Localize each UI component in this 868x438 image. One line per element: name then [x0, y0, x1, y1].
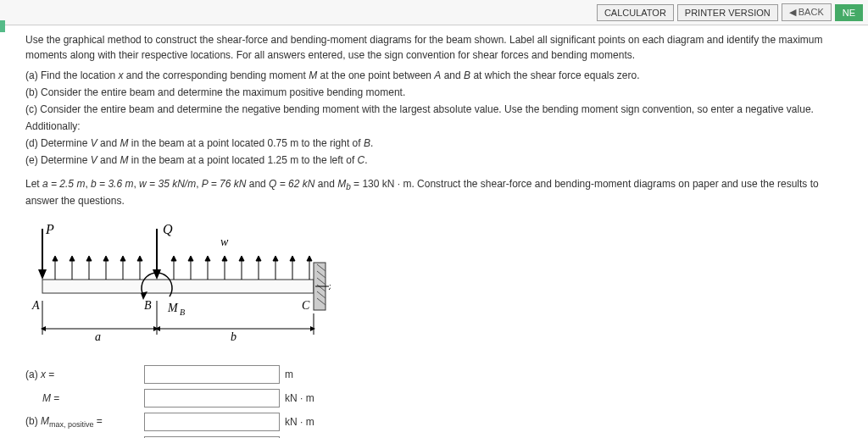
- answer-row: (a) x = m: [25, 364, 843, 385]
- calculator-button[interactable]: CALCULATOR: [597, 4, 674, 21]
- and-text: and: [441, 69, 464, 81]
- label-C: C: [302, 299, 310, 312]
- part-e-pre: (e) Determine: [25, 154, 91, 166]
- svg-marker-9: [53, 256, 58, 261]
- period: .: [370, 137, 373, 149]
- Mb-val: = 130 kN · m: [351, 178, 412, 190]
- part-e: (e) Determine V and M in the beam at a p…: [25, 152, 843, 168]
- beam-diagram: P Q w x A B C M B a b: [25, 220, 331, 356]
- svg-marker-41: [153, 269, 161, 280]
- part-e-dist: 1.25 m: [268, 154, 299, 166]
- svg-marker-13: [86, 256, 92, 261]
- svg-marker-52: [310, 326, 315, 331]
- svg-marker-23: [188, 256, 193, 261]
- period: .: [364, 154, 367, 166]
- lbl-post: =: [94, 415, 103, 427]
- Q-eq: Q = 62 kN: [269, 178, 314, 190]
- svg-marker-31: [256, 256, 261, 261]
- top-toolbar: CALCULATOR PRINTER VERSION ◀ BACK NE: [0, 0, 868, 25]
- answer-input-b[interactable]: [144, 413, 280, 431]
- svg-marker-21: [171, 256, 176, 261]
- part-e-mid: in the beam at a point located: [128, 154, 267, 166]
- svg-marker-27: [222, 256, 227, 261]
- sym-M: M: [120, 154, 128, 166]
- answer-section: (a) x = m M = kN · m (b) Mmax, positive …: [25, 364, 843, 438]
- sym-C: C: [358, 154, 365, 166]
- next-button[interactable]: NE: [835, 4, 863, 21]
- intro-text: Use the graphical method to construct th…: [25, 32, 843, 63]
- label-a: a: [95, 330, 101, 343]
- w-eq: w = 35 kN/m: [139, 178, 196, 190]
- sym-V: V: [91, 154, 97, 166]
- lbl-post: =: [46, 369, 54, 380]
- svg-marker-19: [137, 256, 142, 261]
- additionally: Additionally:: [25, 119, 843, 134]
- label-w: w: [220, 236, 229, 248]
- label-MB: M: [167, 302, 179, 314]
- label-P: P: [45, 222, 54, 236]
- answer-row: M = kN · m: [25, 388, 843, 408]
- answer-input-a-M[interactable]: [144, 389, 280, 408]
- sym-B: B: [364, 137, 370, 149]
- unit: m: [285, 367, 293, 382]
- label-x: x: [328, 280, 331, 292]
- unit: kN · m: [285, 391, 314, 406]
- b-eq: b = 3.6 m: [91, 178, 133, 190]
- part-d-post: to the right of: [298, 137, 364, 149]
- lbl-sym: M: [42, 392, 51, 404]
- svg-marker-37: [307, 256, 312, 261]
- label-b: b: [231, 330, 236, 343]
- part-a-text2: and the corresponding bending moment: [123, 69, 309, 81]
- label-B: B: [144, 299, 152, 312]
- answer-label: (b) Mmax, positive =: [25, 413, 144, 431]
- svg-marker-15: [103, 256, 108, 261]
- and: and: [246, 178, 269, 190]
- answer-label: (a) x =: [25, 367, 144, 382]
- label-A: A: [31, 299, 40, 312]
- part-a-text3: at the one point between: [317, 69, 434, 81]
- and-text: and: [97, 137, 120, 149]
- svg-marker-48: [41, 326, 46, 331]
- part-d-mid: in the beam at a point located: [128, 137, 267, 149]
- svg-marker-51: [155, 326, 160, 331]
- svg-marker-17: [120, 256, 125, 261]
- label-Q: Q: [163, 222, 173, 236]
- lbl-post: =: [51, 392, 59, 404]
- svg-marker-33: [273, 256, 278, 261]
- svg-marker-11: [70, 256, 75, 261]
- part-c: (c) Consider the entire beam and determi…: [25, 102, 843, 117]
- sym-M: M: [309, 69, 317, 81]
- svg-rect-0: [42, 280, 314, 293]
- sym-B: B: [464, 69, 470, 81]
- part-a: (a) Find the location x and the correspo…: [25, 68, 843, 83]
- unit: kN · m: [285, 414, 314, 430]
- svg-marker-35: [290, 256, 295, 261]
- sep: ,: [196, 178, 202, 190]
- a-eq: a = 2.5 m: [42, 178, 85, 190]
- answer-label: M =: [25, 391, 144, 406]
- part-d-dist: 0.75 m: [268, 137, 299, 149]
- and-text: and: [97, 154, 120, 166]
- given-values: Let a = 2.5 m, b = 3.6 m, w = 35 kN/m, P…: [25, 176, 843, 208]
- sym-M: M: [120, 137, 128, 149]
- lbl-pre: (b): [25, 415, 41, 427]
- Mb-sym: M: [337, 178, 346, 190]
- part-e-post: to the left of: [298, 154, 357, 166]
- svg-marker-39: [38, 269, 47, 280]
- left-marker: [0, 20, 5, 32]
- answer-row: (b) Mmax, positive = kN · m: [25, 412, 843, 432]
- question-content: Use the graphical method to construct th…: [0, 25, 868, 438]
- sym-V: V: [91, 137, 97, 149]
- back-button[interactable]: ◀ BACK: [782, 3, 832, 21]
- lbl-sub: max, positive: [49, 420, 94, 429]
- svg-marker-29: [239, 256, 244, 261]
- printer-button[interactable]: PRINTER VERSION: [677, 4, 778, 21]
- part-b: (b) Consider the entire beam and determi…: [25, 85, 843, 100]
- svg-marker-25: [205, 256, 210, 261]
- P-eq: P = 76 kN: [202, 178, 247, 190]
- part-a-text: (a) Find the location: [25, 69, 118, 81]
- lbl-pre: (a): [25, 369, 41, 380]
- answer-input-a-x[interactable]: [144, 365, 280, 384]
- part-d-pre: (d) Determine: [25, 137, 91, 149]
- part-d: (d) Determine V and M in the beam at a p…: [25, 136, 843, 151]
